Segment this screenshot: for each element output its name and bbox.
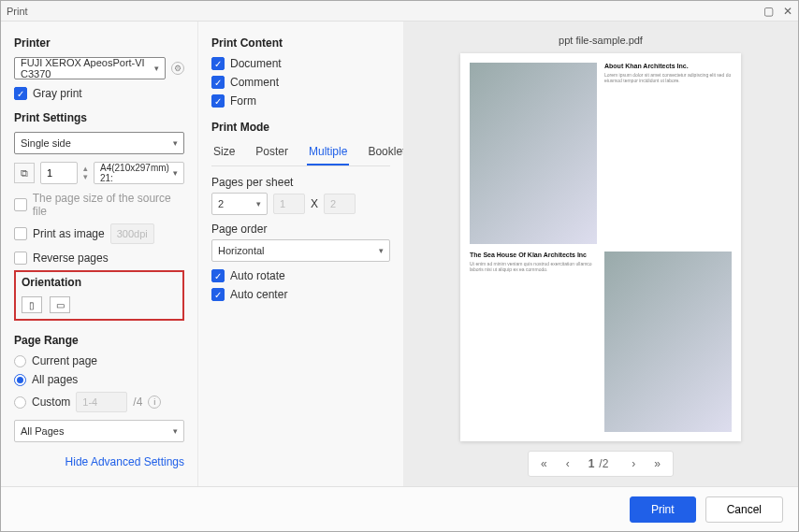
page-range-heading: Page Range (14, 334, 184, 347)
copies-icon: ⧉ (14, 163, 35, 183)
dpi-input: 300dpi (110, 223, 154, 244)
orientation-portrait-button[interactable]: ▯ (22, 296, 42, 313)
pages-per-sheet-label: Pages per sheet (211, 176, 390, 189)
printer-heading: Printer (14, 36, 184, 50)
print-content-heading: Print Content (211, 36, 390, 50)
custom-range-radio[interactable]: Custom (14, 395, 70, 409)
print-settings-heading: Print Settings (14, 111, 184, 124)
paper-size-select[interactable]: A4(210x297mm) 21:▾ (94, 162, 184, 184)
auto-rotate-checkbox[interactable]: Auto rotate (211, 269, 390, 282)
all-pages-radio[interactable]: All pages (14, 373, 184, 386)
page-order-label: Page order (211, 223, 390, 236)
auto-center-checkbox[interactable]: Auto center (211, 288, 390, 301)
page-filter-select[interactable]: All Pages▾ (14, 420, 184, 442)
mid-panel: Print Content Document Comment Form Prin… (197, 22, 403, 486)
page-order-select[interactable]: Horizontal▾ (211, 239, 390, 262)
left-panel: Printer FUJI XEROX ApeosPort-VI C3370▾ ⚙… (1, 22, 197, 486)
cancel-button[interactable]: Cancel (705, 496, 783, 523)
preview-page: About Khan Architects Inc.Lorem ipsum do… (460, 53, 741, 441)
copies-input[interactable] (40, 162, 78, 184)
preview-panel: ppt file-sample.pdf About Khan Architect… (403, 22, 798, 486)
maximize-icon[interactable]: ▢ (763, 5, 774, 18)
window-title: Print (7, 6, 28, 17)
side-select[interactable]: Single side▾ (14, 132, 184, 154)
tab-multiple[interactable]: Multiple (307, 141, 349, 165)
close-icon[interactable]: ✕ (783, 5, 792, 18)
grid-cols-input: 1 (273, 194, 305, 214)
reverse-pages-checkbox[interactable]: Reverse pages (14, 252, 184, 265)
pager-next-icon[interactable]: › (627, 457, 640, 470)
orientation-group: Orientation ▯ ▭ (14, 270, 184, 321)
tab-size[interactable]: Size (211, 141, 237, 165)
document-checkbox[interactable]: Document (211, 57, 390, 70)
form-checkbox[interactable]: Form (211, 94, 390, 108)
print-as-image-checkbox[interactable]: Print as image (14, 227, 105, 240)
printer-settings-icon[interactable]: ⚙ (171, 62, 184, 75)
custom-range-input: 1-4 (76, 392, 127, 412)
print-button[interactable]: Print (630, 496, 696, 523)
preview-filename: ppt file-sample.pdf (559, 35, 643, 46)
tab-booklet[interactable]: Booklet (366, 141, 407, 165)
info-icon: i (148, 395, 161, 409)
current-page-radio[interactable]: Current page (14, 354, 184, 367)
preview-pager: « ‹ 1/2 › » (528, 451, 674, 477)
pager-prev-icon[interactable]: ‹ (561, 457, 574, 470)
orientation-heading: Orientation (22, 276, 177, 289)
hide-advanced-link[interactable]: Hide Advanced Settings (14, 455, 184, 468)
orientation-landscape-button[interactable]: ▭ (50, 296, 70, 313)
dialog-footer: Print Cancel (1, 486, 798, 531)
pager-last-icon[interactable]: » (649, 457, 665, 470)
grid-rows-input: 2 (324, 194, 356, 214)
print-mode-heading: Print Mode (211, 121, 390, 134)
gray-print-checkbox[interactable]: Gray print (14, 87, 184, 100)
source-size-checkbox[interactable]: The page size of the source file (14, 192, 184, 218)
pages-per-sheet-select[interactable]: 2▾ (211, 193, 268, 215)
comment-checkbox[interactable]: Comment (211, 76, 390, 89)
tab-poster[interactable]: Poster (254, 141, 290, 165)
titlebar: Print ▢ ✕ (1, 1, 798, 22)
print-dialog: Print ▢ ✕ Printer FUJI XEROX ApeosPort-V… (0, 0, 799, 532)
printer-select[interactable]: FUJI XEROX ApeosPort-VI C3370▾ (14, 57, 166, 79)
pager-first-icon[interactable]: « (536, 457, 552, 470)
